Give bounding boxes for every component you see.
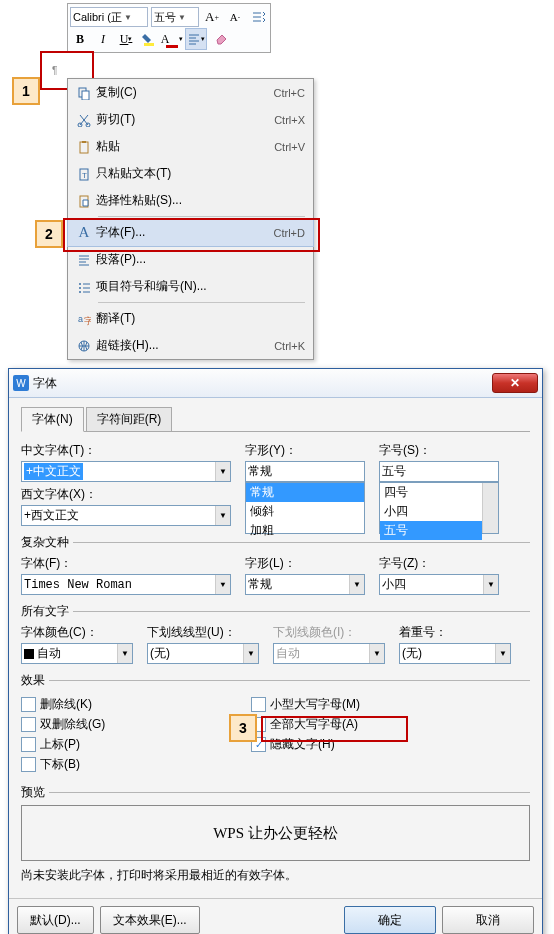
underline-color-combo: 自动▼ [273, 643, 385, 664]
default-button[interactable]: 默认(D)... [17, 906, 94, 934]
check-subscript[interactable]: 下标(B) [21, 756, 251, 773]
emphasis-label: 着重号： [399, 624, 511, 641]
paste-special-icon [72, 194, 96, 208]
menu-hyperlink[interactable]: 超链接(H)...Ctrl+K [68, 332, 313, 359]
eraser-button[interactable] [210, 29, 230, 49]
callout-1: 1 [12, 77, 40, 105]
svg-point-12 [79, 291, 81, 293]
complex-font-label: 字体(F)： [21, 555, 231, 572]
check-hidden[interactable]: ✓隐藏文字(H) [251, 736, 360, 753]
tab-font[interactable]: 字体(N) [21, 407, 84, 432]
check-double-strike[interactable]: 双删除线(G) [21, 716, 251, 733]
svg-text:T: T [82, 171, 87, 180]
complex-font-combo[interactable]: Times New Roman▼ [21, 574, 231, 595]
effects-heading: 效果 [21, 672, 45, 689]
menu-cut[interactable]: 剪切(T)Ctrl+X [68, 106, 313, 133]
font-name-dropdown[interactable]: Calibri (正▼ [70, 7, 148, 27]
menu-bullets[interactable]: 项目符号和编号(N)... [68, 273, 313, 300]
paragraph-mark: ¶ [52, 65, 62, 76]
check-superscript[interactable]: 上标(P) [21, 736, 251, 753]
svg-text:a: a [78, 314, 83, 324]
style-listbox[interactable]: 常规 倾斜 加粗 [245, 482, 365, 534]
menu-paragraph[interactable]: 段落(P)... [68, 246, 313, 273]
paste-icon [72, 140, 96, 154]
highlight-button[interactable] [139, 29, 159, 49]
style-input[interactable]: 常规 [245, 461, 365, 482]
cn-font-label: 中文字体(T)： [21, 442, 231, 459]
cancel-button[interactable]: 取消 [442, 906, 534, 934]
italic-button[interactable]: I [93, 29, 113, 49]
complex-style-combo[interactable]: 常规▼ [245, 574, 365, 595]
svg-rect-2 [82, 91, 89, 100]
tab-char-spacing[interactable]: 字符间距(R) [86, 407, 173, 432]
ok-button[interactable]: 确定 [344, 906, 436, 934]
check-strike[interactable]: 删除线(K) [21, 696, 251, 713]
en-font-label: 西文字体(X)： [21, 486, 231, 503]
underline-label: 下划线线型(U)： [147, 624, 259, 641]
dialog-titlebar: W 字体 ✕ [9, 369, 542, 398]
complex-size-combo[interactable]: 小四▼ [379, 574, 499, 595]
preview-heading: 预览 [21, 784, 45, 801]
formatting-toolbar: Calibri (正▼ 五号▼ A+ A- B I U▾ A▾ ▾ [67, 3, 271, 53]
highlight-icon [142, 32, 156, 46]
menu-copy[interactable]: 复制(C)Ctrl+C [68, 79, 313, 106]
line-spacing-button[interactable] [248, 7, 268, 27]
line-spacing-icon [251, 10, 265, 24]
font-icon: A [72, 224, 96, 241]
font-color-button[interactable]: A▾ [162, 29, 182, 49]
callout-2: 2 [35, 220, 63, 248]
font-color-label: 字体颜色(C)： [21, 624, 133, 641]
cn-font-combo[interactable]: +中文正文▼ [21, 461, 231, 482]
svg-point-11 [79, 287, 81, 289]
menu-font[interactable]: A 字体(F)...Ctrl+D [67, 218, 314, 247]
context-menu: 复制(C)Ctrl+C 剪切(T)Ctrl+X 粘贴Ctrl+V T 只粘贴文本… [67, 78, 314, 360]
size-scrollbar[interactable] [482, 483, 498, 533]
font-color-combo[interactable]: 自动▼ [21, 643, 133, 664]
preview-box: WPS 让办公更轻松 [21, 805, 530, 861]
callout-3: 3 [229, 714, 257, 742]
app-logo-icon: W [13, 375, 29, 391]
size-listbox[interactable]: 四号 小四 五号 [379, 482, 499, 534]
paste-text-icon: T [72, 167, 96, 181]
complex-style-label: 字形(L)： [245, 555, 365, 572]
underline-combo[interactable]: (无)▼ [147, 643, 259, 664]
menu-paste[interactable]: 粘贴Ctrl+V [68, 133, 313, 160]
svg-text:字: 字 [84, 316, 91, 326]
en-font-combo[interactable]: +西文正文▼ [21, 505, 231, 526]
menu-paste-special[interactable]: 选择性粘贴(S)... [68, 187, 313, 214]
decrease-font-button[interactable]: A- [225, 7, 245, 27]
check-allcaps[interactable]: 全部大写字母(A) [251, 716, 360, 733]
cut-icon [72, 113, 96, 127]
font-note: 尚未安装此字体，打印时将采用最相近的有效字体。 [21, 867, 530, 884]
dialog-title: 字体 [33, 375, 492, 392]
copy-icon [72, 86, 96, 100]
bold-button[interactable]: B [70, 29, 90, 49]
svg-rect-5 [80, 142, 88, 153]
close-button[interactable]: ✕ [492, 373, 538, 393]
bullets-icon [72, 280, 96, 294]
svg-rect-0 [144, 43, 154, 46]
menu-translate[interactable]: a字 翻译(T) [68, 305, 313, 332]
style-label: 字形(Y)： [245, 442, 365, 459]
size-label: 字号(S)： [379, 442, 499, 459]
hyperlink-icon [72, 339, 96, 353]
text-effect-button[interactable]: 文本效果(E)... [100, 906, 200, 934]
dialog-tabs: 字体(N) 字符间距(R) [21, 406, 530, 432]
complex-size-label: 字号(Z)： [379, 555, 499, 572]
font-dialog: W 字体 ✕ 字体(N) 字符间距(R) 中文字体(T)： +中文正文▼ 字形(… [8, 368, 543, 934]
eraser-icon [213, 32, 227, 46]
align-icon [187, 32, 201, 46]
increase-font-button[interactable]: A+ [202, 7, 222, 27]
menu-paste-text[interactable]: T 只粘贴文本(T) [68, 160, 313, 187]
underline-color-label: 下划线颜色(I)： [273, 624, 385, 641]
all-text-heading: 所有文字 [21, 603, 69, 620]
svg-rect-6 [82, 141, 86, 143]
size-input[interactable]: 五号 [379, 461, 499, 482]
dialog-button-bar: 默认(D)... 文本效果(E)... 确定 取消 [9, 898, 542, 934]
align-button[interactable]: ▾ [185, 28, 207, 50]
font-size-dropdown[interactable]: 五号▼ [151, 7, 199, 27]
emphasis-combo[interactable]: (无)▼ [399, 643, 511, 664]
check-smallcaps[interactable]: 小型大写字母(M) [251, 696, 360, 713]
underline-button[interactable]: U▾ [116, 29, 136, 49]
translate-icon: a字 [72, 312, 96, 326]
